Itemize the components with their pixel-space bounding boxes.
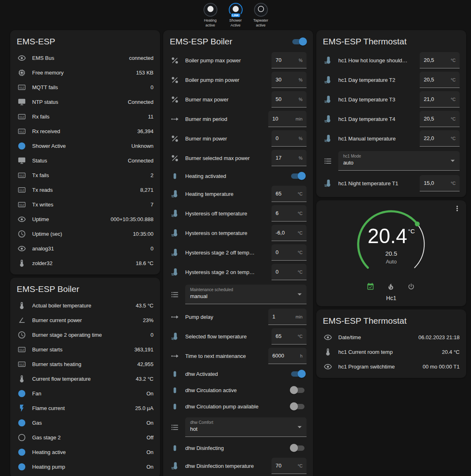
entity-row[interactable]: zolder3218.6 °C xyxy=(17,256,153,270)
toggle-switch[interactable] xyxy=(291,445,305,451)
entity-row[interactable]: dhw Activated xyxy=(170,366,307,382)
entity-row[interactable]: Heating activeOn xyxy=(17,445,153,459)
number-input[interactable]: 0% xyxy=(272,130,307,147)
number-input[interactable]: 21,0°C xyxy=(420,91,460,107)
entity-row[interactable]: Current flow temperature43.2 °C xyxy=(17,371,153,386)
entity-row[interactable]: Heating temperature65°C xyxy=(170,184,307,204)
fire-icon[interactable] xyxy=(387,283,396,292)
number-input[interactable]: 22,0°C xyxy=(420,130,460,147)
entity-row[interactable]: dhw Disinfecting xyxy=(170,440,307,456)
entity-row[interactable]: Burner stage 2 operating time0 xyxy=(17,327,153,342)
entity-row[interactable]: Date/time06.02.2023 21:18 xyxy=(323,330,460,344)
number-input[interactable]: 1min xyxy=(268,309,307,325)
entity-row[interactable]: FanOn xyxy=(17,386,153,401)
more-options-icon[interactable] xyxy=(453,204,463,214)
select-input[interactable]: dhw Comforthot xyxy=(185,417,307,437)
number-input[interactable]: 20,5°C xyxy=(420,72,460,88)
entity-row[interactable]: dhw Circulation active xyxy=(170,382,307,398)
entity-row[interactable]: hc1 Day temperature T220,5°C xyxy=(323,70,460,90)
arrow-icon xyxy=(170,312,180,322)
toggle-switch[interactable] xyxy=(291,173,305,179)
entity-row[interactable]: 012Burner starts363,191 xyxy=(17,342,153,357)
number-input[interactable]: 50% xyxy=(272,91,307,107)
entity-row[interactable]: Free memory153 KB xyxy=(17,65,153,80)
entity-row[interactable]: Hysteresis on temperature-6,0°C xyxy=(170,223,307,243)
entity-row[interactable]: Burner max power50% xyxy=(170,90,307,109)
entity-row[interactable]: Uptime (sec)10:35:00 xyxy=(17,226,153,241)
number-input[interactable]: 0°C xyxy=(272,244,307,261)
check-circle-icon xyxy=(17,418,26,428)
entity-row[interactable]: Heating activated xyxy=(170,168,307,184)
number-input[interactable]: 70% xyxy=(272,52,307,68)
entity-row[interactable]: hc1 Day temperature T420,5°C xyxy=(323,109,460,129)
number-input[interactable]: 65°C xyxy=(272,186,307,202)
entity-row[interactable]: Burner min power0% xyxy=(170,129,307,148)
entity-row[interactable]: hc1 Day temperature T321,0°C xyxy=(323,90,460,109)
entity-row[interactable]: hc1 Program switchtime00 mo 00:00 T1 xyxy=(323,359,460,374)
power-icon[interactable] xyxy=(407,283,416,292)
entity-row[interactable]: Selected flow temperature65°C xyxy=(170,327,307,346)
card-toggle-switch[interactable] xyxy=(292,39,306,44)
entity-row[interactable]: EMS Busconnected xyxy=(17,50,153,65)
number-input[interactable]: 70°C xyxy=(272,458,307,474)
entity-row[interactable]: Heating pumpOn xyxy=(17,459,153,474)
thermostat-dial[interactable]: 20.4°C 20.5 Auto xyxy=(352,206,430,283)
number-input[interactable]: 10min xyxy=(268,111,307,127)
entity-row[interactable]: Time to next maintenance6000h xyxy=(170,346,307,366)
number-input[interactable]: 6°C xyxy=(272,205,307,222)
entity-row[interactable]: 012Burner starts heating42,955 xyxy=(17,357,153,371)
entity-row[interactable]: 012Rx fails11 xyxy=(17,109,153,124)
entity-row[interactable]: Burner min period10min xyxy=(170,109,307,129)
entity-row[interactable]: Burner selected max power17% xyxy=(170,148,307,168)
entity-row[interactable]: 012Tx writes7 xyxy=(17,197,153,212)
number-input[interactable]: 30% xyxy=(272,72,307,88)
entity-row[interactable]: 012Tx fails2 xyxy=(17,168,153,182)
entity-row[interactable]: hc1 Modeauto xyxy=(323,148,460,173)
select-input[interactable]: Maintenance scheduledmanual xyxy=(185,285,307,304)
entity-row[interactable]: Pump delay1min xyxy=(170,307,307,327)
entity-row[interactable]: Hysteresis stage 2 off temp…0°C xyxy=(170,243,307,262)
entity-row[interactable]: Hysteresis off temperature6°C xyxy=(170,204,307,223)
entity-row[interactable]: 012MQTT fails0 xyxy=(17,80,153,94)
number-input[interactable]: 15,0°C xyxy=(420,175,460,191)
calendar-check-icon[interactable] xyxy=(366,283,375,292)
number-input[interactable]: 6000h xyxy=(268,348,307,364)
entity-row[interactable]: Maintenance scheduledmanual xyxy=(170,282,307,307)
entity-row[interactable]: NTP statusConnected xyxy=(17,94,153,109)
toggle-switch[interactable] xyxy=(291,371,305,377)
entity-row[interactable]: dhw Comforthot xyxy=(170,415,307,440)
entity-row[interactable]: dhw Circulation pump available xyxy=(170,398,307,415)
entity-row[interactable]: Flame current25.0 µA xyxy=(17,401,153,415)
entity-row[interactable]: 012Tx reads8,271 xyxy=(17,182,153,197)
entity-row[interactable]: hc1 Manual temperature22,0°C xyxy=(323,129,460,148)
number-input[interactable]: 20,5°C xyxy=(420,111,460,127)
entity-row[interactable]: Gas stage 2Off xyxy=(17,430,153,445)
entity-name: Status xyxy=(32,158,125,164)
entity-row[interactable]: dhw Disinfection temperature70°C xyxy=(170,456,307,476)
number-input[interactable]: 17% xyxy=(272,150,307,166)
entity-row[interactable]: StatusConnected xyxy=(17,153,153,168)
entity-row[interactable]: analog310 xyxy=(17,241,153,256)
entity-row[interactable]: 012Rx received36,394 xyxy=(17,124,153,138)
number-input[interactable]: 0°C xyxy=(272,264,307,280)
toggle-switch[interactable] xyxy=(291,404,305,409)
select-input[interactable]: hc1 Modeauto xyxy=(338,151,460,171)
entity-row[interactable]: Boiler pump max power70% xyxy=(170,50,307,70)
entity-row[interactable]: hc1 Night temperature T115,0°C xyxy=(323,173,460,193)
entity-row[interactable]: Burner current power23% xyxy=(17,313,153,327)
badge-heating-active[interactable]: Heatingactive xyxy=(199,3,222,28)
entity-row[interactable]: hc1 Current room temp20.4 °C xyxy=(323,344,460,359)
badge-shower-active[interactable]: LINK ShowerActive xyxy=(224,3,248,28)
entity-row[interactable]: Actual boiler temperature43.5 °C xyxy=(17,298,153,313)
toggle-switch[interactable] xyxy=(291,388,305,393)
entity-row[interactable]: Shower ActiveUnknown xyxy=(17,138,153,153)
entity-row[interactable]: Uptime000+10:35:00.888 xyxy=(17,212,153,226)
number-input[interactable]: -6,0°C xyxy=(272,225,307,241)
number-input[interactable]: 65°C xyxy=(272,328,307,344)
number-input[interactable]: 20,5°C xyxy=(420,52,460,68)
entity-row[interactable]: hc1 How hot lounge should…20,5°C xyxy=(323,50,460,70)
entity-row[interactable]: Hysteresis stage 2 on temp…0°C xyxy=(170,262,307,282)
entity-row[interactable]: GasOn xyxy=(17,415,153,430)
entity-row[interactable]: Boiler pump min power30% xyxy=(170,70,307,90)
badge-tapwater-active[interactable]: Tapwateractive xyxy=(249,3,273,28)
